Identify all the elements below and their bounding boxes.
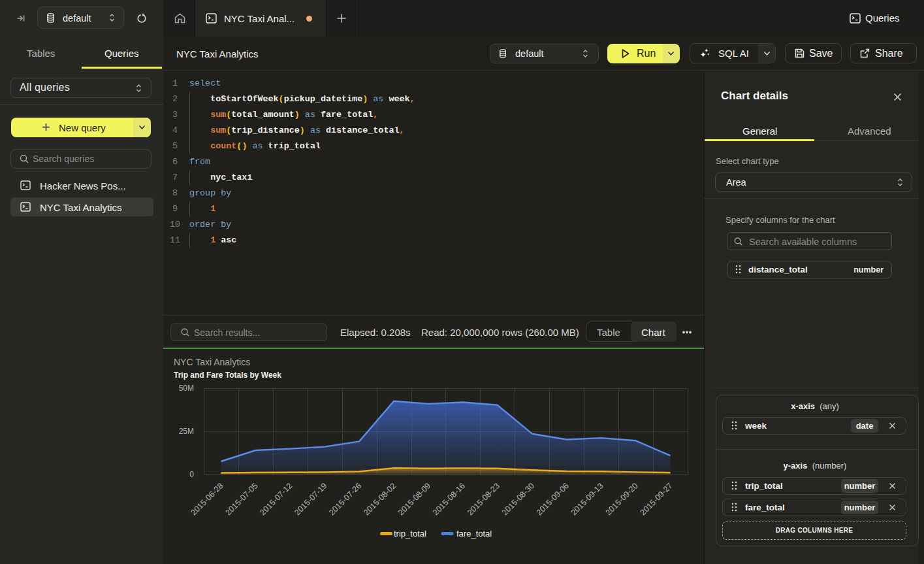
svg-text:2015-09-27: 2015-09-27 bbox=[639, 481, 675, 517]
svg-text:2015-08-23: 2015-08-23 bbox=[466, 481, 502, 517]
svg-text:2015-08-30: 2015-08-30 bbox=[500, 481, 536, 517]
svg-text:2015-07-26: 2015-07-26 bbox=[327, 481, 363, 517]
svg-text:50M: 50M bbox=[179, 384, 194, 393]
svg-text:trip_total: trip_total bbox=[394, 529, 426, 539]
svg-text:2015-08-02: 2015-08-02 bbox=[362, 481, 398, 517]
svg-text:fare_total: fare_total bbox=[456, 529, 492, 539]
svg-text:2015-09-06: 2015-09-06 bbox=[535, 481, 571, 517]
svg-text:2015-07-19: 2015-07-19 bbox=[293, 481, 328, 517]
svg-text:2015-07-05: 2015-07-05 bbox=[223, 481, 259, 517]
svg-text:25M: 25M bbox=[179, 427, 194, 436]
svg-text:2015-06-28: 2015-06-28 bbox=[189, 481, 225, 517]
svg-text:2015-09-20: 2015-09-20 bbox=[604, 481, 640, 517]
svg-text:2015-07-12: 2015-07-12 bbox=[258, 481, 294, 517]
svg-text:0: 0 bbox=[189, 470, 194, 479]
svg-text:2015-08-16: 2015-08-16 bbox=[431, 481, 467, 517]
svg-text:2015-09-13: 2015-09-13 bbox=[569, 481, 605, 517]
svg-text:2015-08-09: 2015-08-09 bbox=[396, 481, 432, 517]
